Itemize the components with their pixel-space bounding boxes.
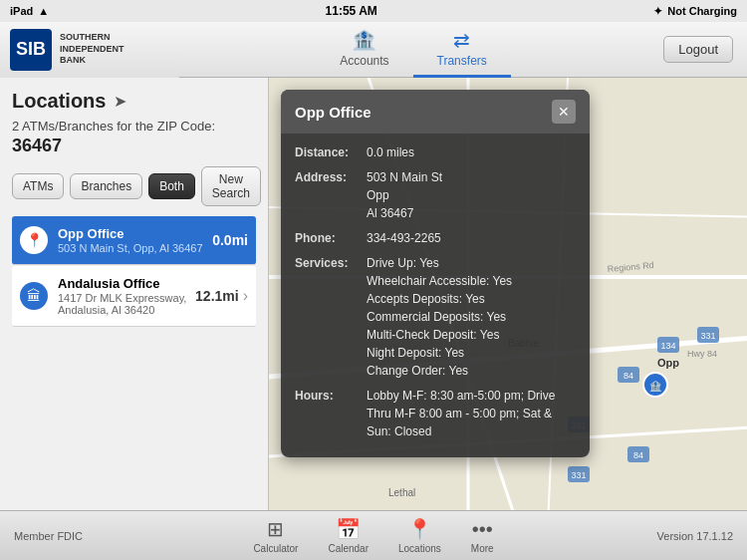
popup-label-distance: Distance:: [295, 143, 367, 161]
calculator-icon: ⊞: [267, 517, 284, 541]
accounts-icon: 🏦: [352, 28, 376, 52]
location-list: 📍 Opp Office 503 N Main St, Opp, Al 3646…: [12, 216, 256, 498]
svg-text:Lethal: Lethal: [388, 487, 415, 498]
popup-value-address: 503 N Main St Opp Al 36467: [367, 168, 442, 222]
sidebar: Locations ➤ 2 ATMs/Branches for the ZIP …: [0, 78, 269, 510]
bluetooth-icon: ✦: [653, 5, 662, 18]
popup-label-hours: Hours:: [295, 387, 367, 405]
popup-value-hours: Lobby M-F: 8:30 am-5:00 pm; Drive Thru M…: [367, 387, 576, 440]
popup-title: Opp Office: [295, 104, 372, 121]
svg-text:🏦: 🏦: [649, 380, 662, 393]
nav-tabs: 🏦 Accounts ⇄ Transfers: [179, 22, 647, 78]
battery-status: Not Charging: [667, 5, 737, 17]
svg-text:Hwy 84: Hwy 84: [687, 349, 717, 359]
logout-area: Logout: [647, 36, 747, 63]
svg-text:Opp: Opp: [657, 357, 679, 369]
chevron-right-icon: ›: [243, 287, 248, 305]
popup-header: Opp Office ✕: [281, 90, 590, 134]
location-name-andalusia: Andalusia Office: [58, 276, 189, 291]
transfers-icon: ⇄: [453, 28, 470, 52]
location-pin-opp: 📍: [20, 226, 48, 254]
zip-value: 36467: [12, 136, 256, 156]
popup-value-services: Drive Up: Yes Wheelchair Accessible: Yes…: [367, 254, 512, 380]
location-pin-andalusia: 🏛: [20, 282, 48, 310]
location-name-opp: Opp Office: [58, 226, 206, 241]
bottom-nav-locations[interactable]: 📍 Locations: [398, 517, 441, 554]
new-search-button[interactable]: New Search: [201, 166, 261, 206]
location-item-opp[interactable]: 📍 Opp Office 503 N Main St, Opp, Al 3646…: [12, 216, 256, 265]
bottom-nav-calendar[interactable]: 📅 Calendar: [328, 517, 369, 554]
tab-accounts[interactable]: 🏦 Accounts: [316, 22, 412, 78]
popup-close-button[interactable]: ✕: [552, 100, 576, 124]
svg-text:331: 331: [700, 331, 715, 341]
filter-bar: ATMs Branches Both New Search: [12, 166, 256, 206]
popup-row-address: Address: 503 N Main St Opp Al 36467: [295, 168, 576, 222]
filter-branches[interactable]: Branches: [70, 173, 142, 199]
popup-value-phone: 334-493-2265: [367, 229, 441, 247]
sidebar-title: Locations ➤: [12, 90, 256, 113]
logo-area: SIB SOUTHERN INDEPENDENT BANK: [0, 22, 179, 78]
location-addr-andalusia: 1417 Dr MLK Expressway, Andalusia, Al 36…: [58, 292, 189, 316]
svg-text:331: 331: [571, 470, 586, 480]
location-send-icon: ➤: [114, 92, 126, 111]
status-left: iPad ▲: [10, 5, 49, 17]
popup-body: Distance: 0.0 miles Address: 503 N Main …: [281, 134, 590, 457]
svg-text:134: 134: [660, 341, 675, 351]
bottom-nav-more[interactable]: ••• More: [471, 518, 494, 554]
wifi-icon: ▲: [38, 5, 49, 17]
main-content: Locations ➤ 2 ATMs/Branches for the ZIP …: [0, 78, 747, 510]
svg-text:84: 84: [633, 450, 643, 460]
logout-button[interactable]: Logout: [663, 36, 733, 63]
filter-atms[interactable]: ATMs: [12, 173, 64, 199]
more-icon: •••: [472, 518, 493, 541]
location-addr-opp: 503 N Main St, Opp, Al 36467: [58, 242, 206, 254]
location-item-andalusia[interactable]: 🏛 Andalusia Office 1417 Dr MLK Expresswa…: [12, 266, 256, 327]
header: SIB SOUTHERN INDEPENDENT BANK 🏦 Accounts…: [0, 22, 747, 78]
map-area: Regions Rd Hwy 84 84 134 331 331 84 331 …: [269, 78, 747, 510]
logo-text: SOUTHERN INDEPENDENT BANK: [60, 32, 124, 67]
bottom-nav: ⊞ Calculator 📅 Calendar 📍 Locations ••• …: [139, 517, 608, 554]
locations-icon: 📍: [407, 517, 432, 541]
popup-row-hours: Hours: Lobby M-F: 8:30 am-5:00 pm; Drive…: [295, 387, 576, 440]
member-fdic-label: Member FDIC: [0, 530, 139, 542]
popup-row-services: Services: Drive Up: Yes Wheelchair Acces…: [295, 254, 576, 380]
bottom-nav-calculator[interactable]: ⊞ Calculator: [253, 517, 298, 554]
popup-value-distance: 0.0 miles: [367, 143, 414, 161]
location-info-opp: Opp Office 503 N Main St, Opp, Al 36467: [58, 226, 206, 254]
location-dist-opp: 0.0mi: [212, 232, 248, 248]
bottom-bar: Member FDIC ⊞ Calculator 📅 Calendar 📍 Lo…: [0, 510, 747, 560]
logo-icon: SIB: [10, 29, 52, 71]
popup-label-phone: Phone:: [295, 229, 367, 247]
status-time: 11:55 AM: [326, 4, 377, 18]
popup-row-phone: Phone: 334-493-2265: [295, 229, 576, 247]
sidebar-heading: Locations: [12, 90, 106, 113]
popup-label-address: Address:: [295, 168, 367, 186]
tab-transfers[interactable]: ⇄ Transfers: [413, 22, 511, 78]
location-dist-andalusia: 12.1mi: [195, 288, 239, 304]
version-label: Version 17.1.12: [608, 530, 747, 542]
filter-both[interactable]: Both: [148, 173, 195, 199]
location-info-andalusia: Andalusia Office 1417 Dr MLK Expressway,…: [58, 276, 189, 316]
info-popup: Opp Office ✕ Distance: 0.0 miles Address…: [281, 90, 590, 457]
zip-label: 2 ATMs/Branches for the ZIP Code:: [12, 119, 256, 134]
popup-label-services: Services:: [295, 254, 367, 272]
calendar-icon: 📅: [336, 517, 361, 541]
popup-row-distance: Distance: 0.0 miles: [295, 143, 576, 161]
status-bar: iPad ▲ 11:55 AM ✦ Not Charging: [0, 0, 747, 22]
svg-text:84: 84: [623, 371, 633, 381]
status-right: ✦ Not Charging: [653, 5, 737, 18]
device-name: iPad: [10, 5, 33, 17]
